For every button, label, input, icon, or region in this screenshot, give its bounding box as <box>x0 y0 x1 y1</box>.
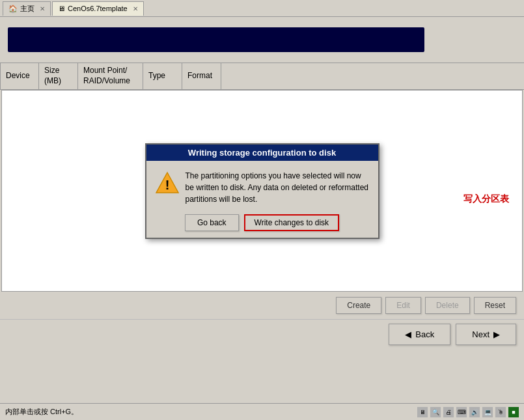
tab-template-close[interactable]: ✕ <box>133 5 138 12</box>
banner-bar <box>8 27 424 52</box>
dialog-content: ! The partitioning options you have sele… <box>156 170 369 205</box>
action-bar: Create Edit Delete Reset <box>0 292 524 319</box>
template-icon: 🖥 <box>58 5 65 12</box>
create-button[interactable]: Create <box>336 297 381 314</box>
col-size: Size (MB) <box>39 63 78 89</box>
tab-home-label: 主页 <box>20 4 34 14</box>
col-format: Format <box>182 63 221 89</box>
edit-button[interactable]: Edit <box>385 297 421 314</box>
next-button[interactable]: Next ▶ <box>456 324 516 345</box>
tab-bar: 🏠 主页 ✕ 🖥 CenOs6.7template ✕ <box>0 0 524 17</box>
status-icons: 🖥 🔍 🖨 ⌨ 🔊 💻 🖱 ■ <box>417 407 519 417</box>
status-icon-1: 🖥 <box>417 407 428 417</box>
next-arrow-icon: ▶ <box>493 329 500 339</box>
tab-home[interactable]: 🏠 主页 ✕ <box>3 1 51 16</box>
go-back-button[interactable]: Go back <box>185 214 239 231</box>
col-device: Device <box>0 63 39 89</box>
back-arrow-icon: ◀ <box>405 329 411 339</box>
tab-template[interactable]: 🖥 CenOs6.7template ✕ <box>52 1 144 16</box>
banner-area <box>0 17 524 63</box>
write-changes-button[interactable]: Write changes to disk <box>244 214 340 231</box>
dialog-message: The partitioning options you have select… <box>186 170 369 205</box>
status-icon-2: 🔍 <box>430 407 441 417</box>
status-icon-3: 🖨 <box>443 407 454 417</box>
status-icon-7: 🖱 <box>495 407 506 417</box>
status-icon-5: 🔊 <box>469 407 480 417</box>
col-type: Type <box>143 63 182 89</box>
dialog-title: Writing storage configuration to disk <box>146 145 378 161</box>
table-header: Device Size (MB) Mount Point/ RAID/Volum… <box>0 63 524 90</box>
status-icon-4: ⌨ <box>456 407 467 417</box>
back-button[interactable]: ◀ Back <box>389 324 450 345</box>
annotation-label: 写入分区表 <box>463 193 509 205</box>
dialog-buttons: Go back Write changes to disk <box>156 214 369 231</box>
status-text: 内部单击或按 Ctrl+G。 <box>5 407 78 417</box>
home-icon: 🏠 <box>8 5 18 13</box>
dialog-body: ! The partitioning options you have sele… <box>146 161 378 238</box>
delete-button[interactable]: Delete <box>425 297 470 314</box>
main-content-area: Writing storage configuration to disk ! … <box>1 90 523 292</box>
tab-home-close[interactable]: ✕ <box>40 5 45 12</box>
status-bar: 内部单击或按 Ctrl+G。 🖥 🔍 🖨 ⌨ 🔊 💻 🖱 ■ <box>0 403 524 420</box>
dialog-overlay: Writing storage configuration to disk ! … <box>2 91 522 291</box>
nav-bar: ◀ Back Next ▶ <box>0 319 524 349</box>
reset-button[interactable]: Reset <box>474 297 516 314</box>
tab-template-label: CenOs6.7template <box>68 5 128 12</box>
status-icon-8: ■ <box>508 407 519 417</box>
warning-icon: ! <box>156 171 179 195</box>
status-icon-6: 💻 <box>482 407 493 417</box>
svg-text:!: ! <box>165 178 169 192</box>
writing-storage-dialog: Writing storage configuration to disk ! … <box>145 143 379 239</box>
col-mount: Mount Point/ RAID/Volume <box>78 63 143 89</box>
